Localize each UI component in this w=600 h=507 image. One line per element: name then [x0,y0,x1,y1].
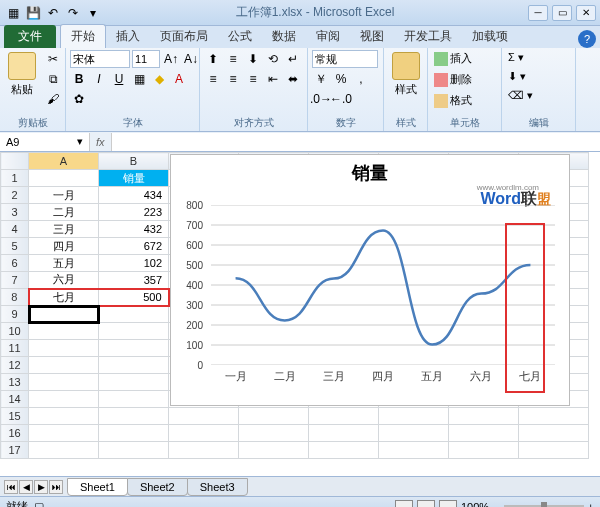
orientation-icon[interactable]: ⟲ [264,50,282,68]
percent-icon[interactable]: % [332,70,350,88]
cell-D15[interactable] [239,408,309,425]
cell-G16[interactable] [449,425,519,442]
sheet-tab-Sheet2[interactable]: Sheet2 [127,478,188,496]
cell-B15[interactable] [99,408,169,425]
align-bottom-icon[interactable]: ⬇ [244,50,262,68]
cell-B9[interactable] [99,306,169,323]
zoom-in-button[interactable]: + [588,501,594,508]
merge-icon[interactable]: ⬌ [284,70,302,88]
cell-A2[interactable]: 一月 [29,187,99,204]
insert-cells-button[interactable]: 插入 [432,50,474,67]
maximize-button[interactable]: ▭ [552,5,572,21]
font-size-combo[interactable] [132,50,160,68]
cell-B2[interactable]: 434 [99,187,169,204]
worksheet[interactable]: ABCDEFGH1销量2一月4343二月2234三月4325四月6726五月10… [0,152,600,476]
font-name-combo[interactable] [70,50,130,68]
dec-decimal-icon[interactable]: ←.0 [332,90,350,108]
cell-A4[interactable]: 三月 [29,221,99,238]
cell-B7[interactable]: 357 [99,272,169,289]
autosum-button[interactable]: Σ ▾ [506,50,526,65]
row-header-5[interactable]: 5 [1,238,29,255]
tab-prev-icon[interactable]: ◀ [19,480,33,494]
cell-G15[interactable] [449,408,519,425]
view-pagebreak-icon[interactable] [439,500,457,508]
minimize-button[interactable]: ─ [528,5,548,21]
fill-color-icon[interactable]: ◆ [150,70,168,88]
row-header-4[interactable]: 4 [1,221,29,238]
cell-E15[interactable] [309,408,379,425]
cell-A8[interactable]: 七月 [29,289,99,306]
cell-A15[interactable] [29,408,99,425]
cell-B10[interactable] [99,323,169,340]
sheet-tab-Sheet1[interactable]: Sheet1 [67,478,128,496]
bold-button[interactable]: B [70,70,88,88]
row-header-7[interactable]: 7 [1,272,29,289]
align-left-icon[interactable]: ≡ [204,70,222,88]
undo-icon[interactable]: ↶ [44,4,62,22]
select-all[interactable] [1,153,29,170]
cell-B14[interactable] [99,391,169,408]
cut-icon[interactable]: ✂ [44,50,62,68]
col-header-A[interactable]: A [29,153,99,170]
tab-home[interactable]: 开始 [60,24,106,48]
tab-layout[interactable]: 页面布局 [150,25,218,48]
zoom-thumb[interactable] [541,502,547,508]
border-icon[interactable]: ▦ [130,70,148,88]
grow-font-icon[interactable]: A↑ [162,50,180,68]
cell-A13[interactable] [29,374,99,391]
delete-cells-button[interactable]: 删除 [432,71,474,88]
row-header-16[interactable]: 16 [1,425,29,442]
shrink-font-icon[interactable]: A↓ [182,50,200,68]
styles-button[interactable]: 样式 [388,50,424,99]
close-button[interactable]: ✕ [576,5,596,21]
cell-H15[interactable] [519,408,589,425]
row-header-14[interactable]: 14 [1,391,29,408]
macro-record-icon[interactable]: ▢ [34,500,44,507]
row-header-2[interactable]: 2 [1,187,29,204]
inc-decimal-icon[interactable]: .0→ [312,90,330,108]
cell-B17[interactable] [99,442,169,459]
cell-A1[interactable] [29,170,99,187]
cell-A12[interactable] [29,357,99,374]
cell-A10[interactable] [29,323,99,340]
cell-B5[interactable]: 672 [99,238,169,255]
cell-D17[interactable] [239,442,309,459]
namebox-dropdown-icon[interactable]: ▾ [77,135,83,148]
view-normal-icon[interactable] [395,500,413,508]
tab-next-icon[interactable]: ▶ [34,480,48,494]
row-header-13[interactable]: 13 [1,374,29,391]
cell-B12[interactable] [99,357,169,374]
align-middle-icon[interactable]: ≡ [224,50,242,68]
format-painter-icon[interactable]: 🖌 [44,90,62,108]
excel-icon[interactable]: ▦ [4,4,22,22]
view-layout-icon[interactable] [417,500,435,508]
cell-H16[interactable] [519,425,589,442]
tab-addin[interactable]: 加载项 [462,25,518,48]
tab-view[interactable]: 视图 [350,25,394,48]
copy-icon[interactable]: ⧉ [44,70,62,88]
cell-E16[interactable] [309,425,379,442]
paste-button[interactable]: 粘贴 [4,50,40,99]
cell-A3[interactable]: 二月 [29,204,99,221]
tab-last-icon[interactable]: ⏭ [49,480,63,494]
cell-B3[interactable]: 223 [99,204,169,221]
cell-A11[interactable] [29,340,99,357]
col-header-B[interactable]: B [99,153,169,170]
indent-dec-icon[interactable]: ⇤ [264,70,282,88]
clear-button[interactable]: ⌫ ▾ [506,88,535,103]
row-header-12[interactable]: 12 [1,357,29,374]
fx-icon[interactable]: fx [90,136,111,148]
cell-A7[interactable]: 六月 [29,272,99,289]
cell-C16[interactable] [169,425,239,442]
cell-D16[interactable] [239,425,309,442]
cell-B16[interactable] [99,425,169,442]
cell-B11[interactable] [99,340,169,357]
cell-A17[interactable] [29,442,99,459]
row-header-10[interactable]: 10 [1,323,29,340]
phonetic-icon[interactable]: ✿ [70,90,88,108]
tab-formulas[interactable]: 公式 [218,25,262,48]
cell-F15[interactable] [379,408,449,425]
name-box[interactable]: A9▾ [0,133,90,151]
cell-H17[interactable] [519,442,589,459]
cell-B8[interactable]: 500 [99,289,169,306]
